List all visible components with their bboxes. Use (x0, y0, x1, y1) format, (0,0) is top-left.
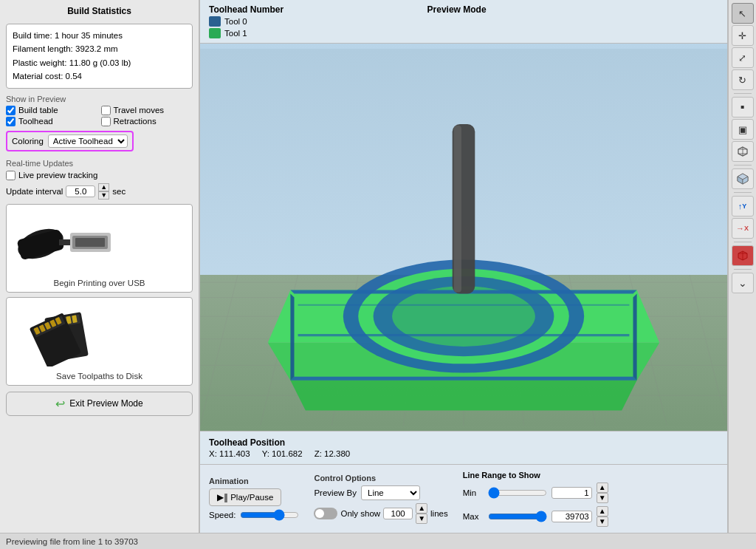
chevron-down-button[interactable]: ⌄ (732, 273, 754, 293)
right-toolbar: ↖ ✛ ⤢ ↻ ▪ ▣ ↑Y →X (728, 0, 756, 533)
sd-icon (15, 304, 118, 366)
live-preview-row[interactable]: Live preview tracking (6, 171, 193, 180)
retractions-checkbox[interactable] (101, 117, 111, 126)
max-down[interactable]: ▼ (597, 516, 608, 527)
play-pause-row: ▶‖ Play/Pause (209, 488, 299, 506)
exit-button-label: Exit Preview Mode (69, 398, 142, 409)
play-pause-button[interactable]: ▶‖ Play/Pause (209, 488, 281, 506)
sd-card-button[interactable]: Save Toolpaths to Disk (6, 297, 193, 386)
tool1-swatch (209, 28, 221, 38)
build-stats-title: Build Statistics (6, 6, 193, 16)
position-y: Y: 101.682 (262, 449, 303, 458)
checkbox-build-table[interactable]: Build table (6, 106, 98, 115)
svg-marker-37 (290, 381, 636, 411)
build-table-checkbox[interactable] (6, 106, 16, 115)
only-show-down[interactable]: ▼ (416, 514, 427, 524)
only-show-toggle[interactable] (314, 508, 337, 519)
checkbox-travel-moves[interactable]: Travel moves (101, 106, 193, 115)
zoom-fit-button[interactable]: ⤢ (732, 47, 754, 68)
min-down[interactable]: ▼ (597, 493, 608, 503)
preview-by-row: Preview By Line Layer Feature (314, 485, 447, 500)
toolhead-checkbox[interactable] (6, 117, 16, 126)
view-wire-button[interactable]: ▣ (732, 119, 754, 140)
left-panel: Build Statistics Build time: 1 hour 35 m… (0, 0, 199, 533)
view-cube-button[interactable] (732, 141, 754, 162)
update-interval-input[interactable] (66, 185, 95, 197)
iso-cube-icon (736, 172, 749, 185)
status-bar: Previewing file from line 1 to 39703 (0, 533, 756, 549)
svg-marker-39 (290, 377, 636, 381)
only-show-up[interactable]: ▲ (416, 503, 427, 514)
speed-slider[interactable] (240, 509, 299, 521)
bottom-controls: Animation ▶‖ Play/Pause Speed: Control O… (200, 464, 727, 533)
show-in-preview-section: Show in Preview Build table Travel moves… (6, 95, 193, 151)
build-time: Build time: 1 hour 35 minutes (13, 29, 186, 42)
build-stats-box: Build time: 1 hour 35 minutes Filament l… (6, 24, 193, 89)
update-interval-row: Update interval ▲ ▼ sec (6, 183, 193, 200)
toolhead-position-title: Toolhead Position (209, 437, 718, 448)
tool0-legend-item: Tool 0 (209, 16, 284, 27)
toolbar-separator-3 (734, 192, 752, 193)
toolhead-legend: Toolhead Number Tool 0 Tool 1 (209, 4, 284, 38)
line-range-group: Line Range to Show Min ▲ ▼ Max ▲ (463, 471, 608, 527)
svg-marker-40 (290, 294, 294, 381)
speed-label: Speed: (209, 511, 236, 519)
view-solid-button[interactable]: ▪ (732, 97, 754, 117)
line-range-title: Line Range to Show (463, 471, 608, 480)
update-interval-stepper[interactable]: ▲ ▼ (98, 183, 109, 200)
min-stepper[interactable]: ▲ ▼ (597, 482, 608, 503)
travel-moves-checkbox[interactable] (101, 106, 111, 115)
viewport-3d[interactable] (200, 44, 727, 431)
red-cube-button[interactable] (732, 245, 754, 266)
realtime-title: Real-time Updates (6, 159, 193, 168)
max-label: Max (463, 512, 484, 521)
svg-marker-41 (633, 294, 637, 381)
toolhead-position: Toolhead Position X: 111.403 Y: 101.682 … (200, 431, 727, 464)
tool0-label: Tool 0 (224, 17, 247, 26)
checkbox-toolhead[interactable]: Toolhead (6, 117, 98, 126)
max-up[interactable]: ▲ (597, 506, 608, 516)
animation-group: Animation ▶‖ Play/Pause Speed: (209, 477, 299, 521)
max-range-input[interactable] (551, 511, 592, 522)
toolhead-label: Toolhead (18, 117, 53, 126)
only-show-input[interactable] (383, 508, 413, 519)
only-show-stepper[interactable]: ▲ ▼ (416, 503, 427, 524)
select-tool-button[interactable]: ↖ (732, 3, 754, 24)
usb-button[interactable]: Begin Printing over USB (6, 204, 193, 293)
max-range-slider[interactable] (488, 511, 547, 522)
lines-label: lines (430, 509, 448, 518)
sd-button-label: Save Toolpaths to Disk (11, 372, 188, 381)
rotate-tool-button[interactable]: ↻ (732, 69, 754, 90)
3d-scene-svg (200, 44, 727, 431)
checkbox-grid: Build table Travel moves Toolhead Retrac… (6, 106, 193, 126)
max-stepper[interactable]: ▲ ▼ (597, 506, 608, 527)
x-axis-button[interactable]: →X (732, 218, 754, 239)
control-options-group: Control Options Preview By Line Layer Fe… (314, 474, 447, 524)
control-options-title: Control Options (314, 474, 447, 482)
min-range-slider[interactable] (488, 487, 547, 499)
preview-by-select[interactable]: Line Layer Feature (361, 485, 420, 500)
update-interval-label: Update interval (6, 187, 63, 196)
coloring-label: Coloring (12, 137, 44, 146)
tool0-swatch (209, 16, 221, 27)
realtime-section: Real-time Updates Live preview tracking … (6, 159, 193, 200)
min-range-row: Min ▲ ▼ (463, 482, 608, 503)
viewport-header: Toolhead Number Tool 0 Tool 1 Preview Mo… (200, 0, 727, 44)
iso-view-button[interactable] (732, 168, 754, 189)
coloring-select[interactable]: Active Toolhead Layer Speed Feature Type (48, 134, 128, 148)
material-cost: Material cost: 0.54 (13, 69, 186, 83)
y-axis-button[interactable]: ↑Y (732, 196, 754, 216)
position-values: X: 111.403 Y: 101.682 Z: 12.380 (209, 449, 718, 458)
update-interval-unit: sec (112, 187, 126, 196)
live-preview-label: Live preview tracking (18, 171, 97, 180)
animation-title: Animation (209, 477, 299, 485)
travel-moves-label: Travel moves (114, 106, 165, 115)
min-range-input[interactable] (551, 487, 592, 499)
pan-tool-button[interactable]: ✛ (732, 25, 754, 46)
checkbox-retractions[interactable]: Retractions (101, 117, 193, 126)
status-text: Previewing file from line 1 to 39703 (6, 537, 138, 546)
min-up[interactable]: ▲ (597, 482, 608, 493)
exit-preview-button[interactable]: ↩ Exit Preview Mode (6, 392, 193, 416)
build-table-label: Build table (18, 106, 58, 115)
live-preview-checkbox[interactable] (6, 171, 16, 180)
